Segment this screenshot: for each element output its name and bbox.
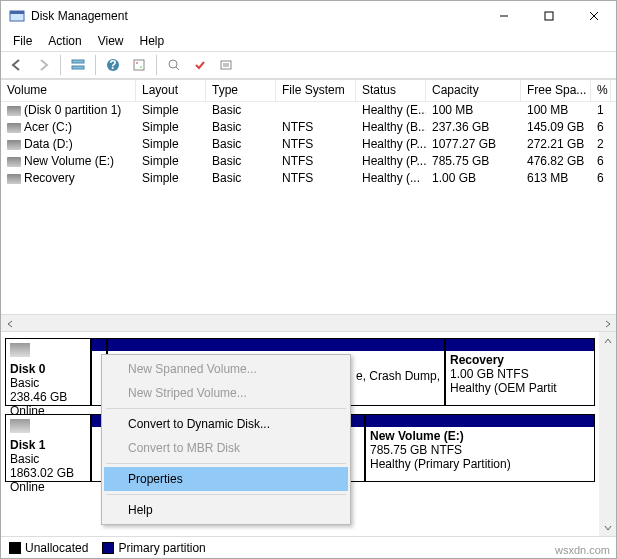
partition-title: New Volume (E:) (370, 429, 590, 443)
svg-line-14 (176, 67, 179, 70)
disk-kind: Basic (10, 452, 86, 466)
svg-rect-3 (545, 12, 553, 20)
disk-name: Disk 0 (10, 362, 86, 376)
volume-table: Volume Layout Type File System Status Ca… (1, 79, 616, 314)
close-button[interactable] (571, 1, 616, 31)
ctx-separator (106, 408, 346, 409)
ctx-help[interactable]: Help (104, 498, 348, 522)
vertical-scrollbar[interactable] (599, 332, 616, 536)
partition-text: e, Crash Dump, (356, 369, 440, 383)
props-button[interactable] (214, 54, 238, 76)
back-button[interactable] (5, 54, 29, 76)
svg-rect-7 (72, 66, 84, 69)
toolbar-separator (95, 55, 96, 75)
disk-icon (10, 343, 30, 357)
table-row[interactable]: New Volume (E:)SimpleBasicNTFSHealthy (P… (1, 153, 616, 170)
svg-rect-11 (136, 62, 138, 64)
title-bar: Disk Management (1, 1, 616, 31)
menu-action[interactable]: Action (40, 32, 89, 50)
menu-bar: File Action View Help (1, 31, 616, 51)
volume-icon (7, 140, 21, 150)
volume-icon (7, 157, 21, 167)
disk-size: 1863.02 GB (10, 466, 86, 480)
disk-name: Disk 1 (10, 438, 86, 452)
volume-icon (7, 123, 21, 133)
col-capacity[interactable]: Capacity (426, 80, 521, 101)
menu-file[interactable]: File (5, 32, 40, 50)
col-type[interactable]: Type (206, 80, 276, 101)
scroll-left-icon[interactable] (1, 315, 18, 332)
disk-kind: Basic (10, 376, 86, 390)
watermark: wsxdn.com (555, 544, 610, 556)
partition-title: Recovery (450, 353, 590, 367)
check-button[interactable] (188, 54, 212, 76)
table-row[interactable]: RecoverySimpleBasicNTFSHealthy (...1.00 … (1, 170, 616, 187)
context-menu: New Spanned Volume... New Striped Volume… (101, 354, 351, 525)
svg-text:?: ? (109, 58, 116, 72)
menu-view[interactable]: View (90, 32, 132, 50)
forward-button[interactable] (31, 54, 55, 76)
ctx-convert-dynamic[interactable]: Convert to Dynamic Disk... (104, 412, 348, 436)
ctx-new-striped[interactable]: New Striped Volume... (104, 381, 348, 405)
volume-icon (7, 106, 21, 116)
col-volume[interactable]: Volume (1, 80, 136, 101)
ctx-separator (106, 494, 346, 495)
toolbar: ? (1, 51, 616, 79)
scroll-up-icon[interactable] (599, 332, 616, 349)
maximize-button[interactable] (526, 1, 571, 31)
search-button[interactable] (162, 54, 186, 76)
swatch-navy-icon (102, 542, 114, 554)
partition-size: 785.75 GB NTFS (370, 443, 590, 457)
ctx-separator (106, 463, 346, 464)
table-row[interactable]: Acer (C:)SimpleBasicNTFSHealthy (B...237… (1, 119, 616, 136)
disk-info[interactable]: Disk 1 Basic 1863.02 GB Online (5, 414, 91, 482)
col-filesystem[interactable]: File System (276, 80, 356, 101)
view-list-button[interactable] (66, 54, 90, 76)
table-row[interactable]: Data (D:)SimpleBasicNTFSHealthy (P...107… (1, 136, 616, 153)
horizontal-scrollbar[interactable] (1, 314, 616, 331)
svg-rect-1 (10, 11, 24, 14)
col-layout[interactable]: Layout (136, 80, 206, 101)
partition-size: 1.00 GB NTFS (450, 367, 590, 381)
toolbar-separator (156, 55, 157, 75)
settings-button[interactable] (127, 54, 151, 76)
scroll-down-icon[interactable] (599, 519, 616, 536)
disk-info[interactable]: Disk 0 Basic 238.46 GB Online (5, 338, 91, 406)
volume-table-header: Volume Layout Type File System Status Ca… (1, 80, 616, 102)
app-icon (9, 8, 25, 24)
col-percent[interactable]: % (591, 80, 611, 101)
menu-help[interactable]: Help (132, 32, 173, 50)
disk-state: Online (10, 480, 86, 494)
svg-rect-10 (134, 60, 144, 70)
disk-size: 238.46 GB (10, 390, 86, 404)
partition-new-volume[interactable]: New Volume (E:) 785.75 GB NTFS Healthy (… (365, 414, 595, 482)
volume-table-body: (Disk 0 partition 1)SimpleBasicHealthy (… (1, 102, 616, 314)
table-row[interactable]: (Disk 0 partition 1)SimpleBasicHealthy (… (1, 102, 616, 119)
help-button[interactable]: ? (101, 54, 125, 76)
minimize-button[interactable] (481, 1, 526, 31)
partition-status: Healthy (OEM Partit (450, 381, 590, 395)
svg-point-13 (169, 60, 177, 68)
legend: Unallocated Primary partition (1, 536, 616, 558)
scroll-right-icon[interactable] (599, 315, 616, 332)
svg-rect-6 (72, 60, 84, 63)
partition-recovery[interactable]: Recovery 1.00 GB NTFS Healthy (OEM Parti… (445, 338, 595, 406)
toolbar-separator (60, 55, 61, 75)
col-status[interactable]: Status (356, 80, 426, 101)
ctx-new-spanned[interactable]: New Spanned Volume... (104, 357, 348, 381)
ctx-properties[interactable]: Properties (104, 467, 348, 491)
disk-icon (10, 419, 30, 433)
window-title: Disk Management (31, 9, 481, 23)
ctx-convert-mbr[interactable]: Convert to MBR Disk (104, 436, 348, 460)
volume-icon (7, 174, 21, 184)
legend-primary: Primary partition (102, 541, 205, 555)
col-free[interactable]: Free Spa... (521, 80, 591, 101)
legend-unallocated: Unallocated (9, 541, 88, 555)
svg-rect-12 (140, 66, 142, 68)
partition-status: Healthy (Primary Partition) (370, 457, 590, 471)
swatch-black-icon (9, 542, 21, 554)
svg-rect-15 (221, 61, 231, 69)
